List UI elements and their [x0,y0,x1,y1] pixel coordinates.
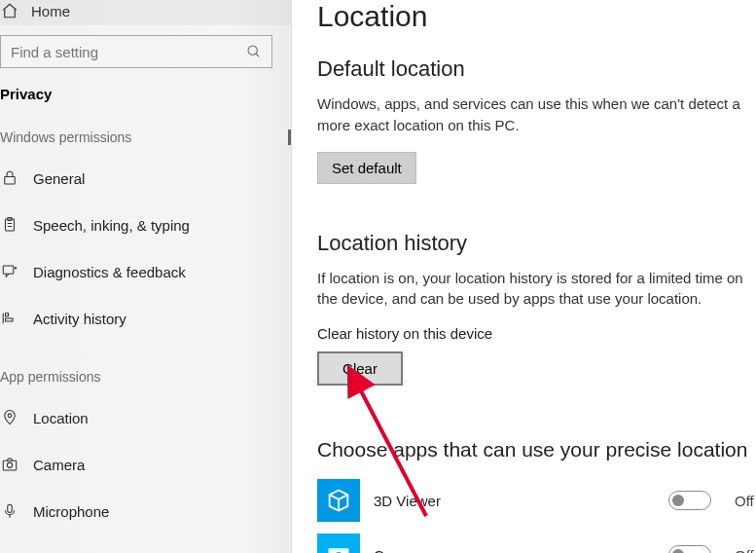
default-location-heading: Default location [317,56,756,82]
app-row-camera: Camera Off [317,528,756,553]
search-input[interactable] [11,44,234,60]
svg-point-12 [8,414,12,418]
svg-point-14 [7,462,12,467]
page-title: Location [317,0,756,33]
app-icon-3d-viewer [317,479,360,522]
svg-rect-2 [5,177,16,185]
camera-icon [0,456,19,473]
activity-icon [0,310,19,327]
sidebar-item-label: Diagnostics & feedback [33,264,186,280]
sidebar-item-label: Activity history [33,311,126,327]
category-windows-permissions: Windows permissions [0,129,291,145]
category-app-permissions: App permissions [0,369,291,385]
toggle-camera[interactable] [668,545,711,553]
privacy-header: Privacy [0,86,291,102]
app-row-3d-viewer: 3D Viewer Off [317,473,756,528]
search-icon [246,44,262,59]
microphone-icon [0,502,19,520]
sidebar-item-diagnostics[interactable]: Diagnostics & feedback [0,248,291,295]
sidebar-home-label: Home [31,3,70,19]
app-name: 3D Viewer [374,493,655,509]
lock-icon [0,169,19,187]
location-history-desc: If location is on, your location history… [317,268,756,311]
svg-rect-11 [6,318,14,321]
sidebar-item-label: Speech, inking, & typing [33,217,190,234]
sidebar-item-label: Microphone [33,503,109,520]
sidebar: Home Privacy Windows permissions General… [0,0,292,553]
main-content: Location Default location Windows, apps,… [317,0,756,553]
app-name: Camera [374,547,655,554]
set-default-button[interactable]: Set default [317,152,416,184]
clipboard-icon [0,216,19,234]
sidebar-home[interactable]: Home [0,0,291,25]
toggle-3d-viewer[interactable] [668,491,711,510]
svg-point-8 [15,268,17,270]
svg-line-1 [256,54,259,56]
svg-rect-15 [8,504,13,512]
sidebar-item-label: Location [33,410,89,426]
svg-rect-7 [3,266,14,274]
sidebar-item-location[interactable]: Location [0,394,291,441]
app-icon-camera [317,534,360,553]
sidebar-item-label: General [33,170,85,187]
clear-button[interactable]: Clear [317,351,403,386]
search-input-container[interactable] [0,35,272,68]
sidebar-item-activity[interactable]: Activity history [0,295,291,342]
sidebar-item-microphone[interactable]: Microphone [0,488,291,535]
toggle-state: Off [735,493,756,509]
choose-apps-heading: Choose apps that can use your precise lo… [317,438,756,461]
home-icon [0,2,19,19]
sidebar-item-general[interactable]: General [0,155,291,202]
svg-point-0 [248,46,257,55]
clear-history-label: Clear history on this device [317,325,756,342]
sidebar-item-label: Camera [33,457,85,473]
location-icon [0,409,19,426]
location-history-heading: Location history [317,231,756,256]
sidebar-item-speech[interactable]: Speech, inking, & typing [0,202,291,248]
feedback-icon [0,263,19,280]
svg-rect-10 [6,313,9,316]
default-location-desc: Windows, apps, and services can use this… [317,93,756,136]
toggle-state: Off [735,547,756,554]
sidebar-item-camera[interactable]: Camera [0,441,291,488]
